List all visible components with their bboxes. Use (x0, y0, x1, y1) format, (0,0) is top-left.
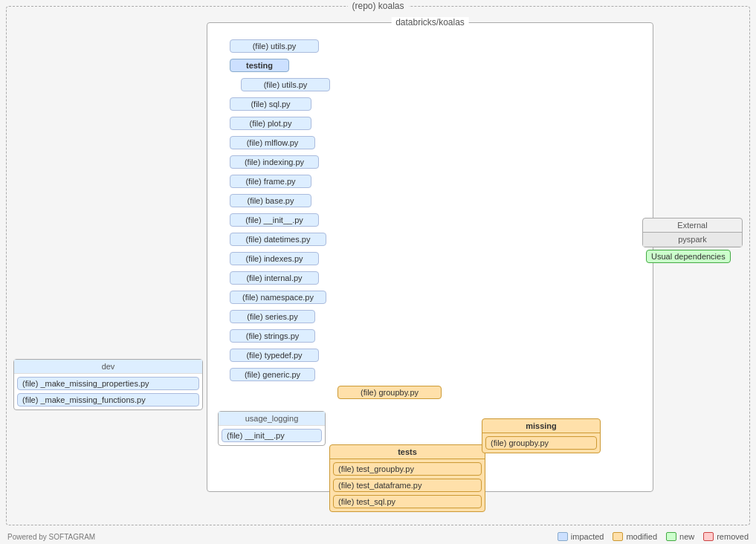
usage-file-init[interactable]: (file) __init__.py (222, 429, 322, 442)
file-internal[interactable]: (file) internal.py (230, 271, 319, 285)
legend: impacted modified new removed (558, 532, 749, 541)
missing-header: missing (482, 419, 600, 433)
file-groupby-koalas[interactable]: (file) groupby.py (337, 386, 442, 399)
external-header: External (643, 218, 742, 233)
tests-box: tests (file) test_groupby.py (file) test… (329, 444, 485, 512)
file-utils-top[interactable]: (file) utils.py (230, 39, 319, 53)
file-indexes[interactable]: (file) indexes.py (230, 252, 319, 265)
legend-modified: modified (613, 532, 657, 541)
tests-file-sql[interactable]: (file) test_sql.py (333, 495, 482, 508)
tests-header: tests (330, 445, 485, 459)
missing-box: missing (file) groupby.py (482, 418, 601, 453)
dev-box: dev (file) _make_missing_properties.py (… (13, 359, 203, 410)
file-series[interactable]: (file) series.py (230, 310, 315, 323)
legend-removed-box (703, 532, 714, 541)
legend-impacted: impacted (558, 532, 604, 541)
external-box: External pyspark Usual dependencies (642, 218, 743, 247)
external-pyspark: pyspark (643, 233, 742, 247)
file-sql[interactable]: (file) sql.py (230, 97, 311, 111)
file-indexing[interactable]: (file) indexing.py (230, 155, 319, 169)
missing-file-groupby[interactable]: (file) groupby.py (485, 436, 597, 450)
koalas-label: databricks/koalas (391, 17, 469, 27)
legend-new-box (666, 532, 676, 541)
legend-modified-box (613, 532, 623, 541)
file-plot[interactable]: (file) plot.py (230, 117, 311, 130)
file-typedef[interactable]: (file) typedef.py (230, 349, 319, 362)
tests-file-dataframe[interactable]: (file) test_dataframe.py (333, 479, 482, 492)
dev-file-make-properties[interactable]: (file) _make_missing_properties.py (17, 377, 199, 390)
file-frame[interactable]: (file) frame.py (230, 175, 311, 188)
dev-header: dev (14, 360, 202, 374)
usage-logging-box: usage_logging (file) __init__.py (218, 411, 326, 446)
file-strings[interactable]: (file) strings.py (230, 329, 315, 343)
legend-new: new (666, 532, 694, 541)
powered-by-label: Powered by SOFTAGRAM (7, 533, 95, 541)
dev-file-make-functions[interactable]: (file) _make_missing_functions.py (17, 393, 199, 407)
folder-testing[interactable]: testing (230, 59, 289, 72)
file-init[interactable]: (file) __init__.py (230, 213, 319, 227)
legend-removed: removed (703, 532, 749, 541)
file-utils-testing[interactable]: (file) utils.py (241, 78, 330, 91)
file-generic[interactable]: (file) generic.py (230, 368, 315, 381)
file-mlflow[interactable]: (file) mlflow.py (230, 136, 315, 149)
usage-logging-header: usage_logging (219, 412, 325, 426)
file-namespace[interactable]: (file) namespace.py (230, 291, 326, 304)
tests-file-groupby[interactable]: (file) test_groupby.py (333, 462, 482, 476)
usual-dependencies-node[interactable]: Usual dependencies (646, 250, 731, 263)
repo-label: (repo) koalas (347, 1, 408, 11)
file-base[interactable]: (file) base.py (230, 194, 311, 207)
file-datetimes[interactable]: (file) datetimes.py (230, 233, 326, 246)
main-container: (repo) koalas databricks/koalas (file) u… (6, 6, 750, 525)
legend-impacted-box (558, 532, 568, 541)
